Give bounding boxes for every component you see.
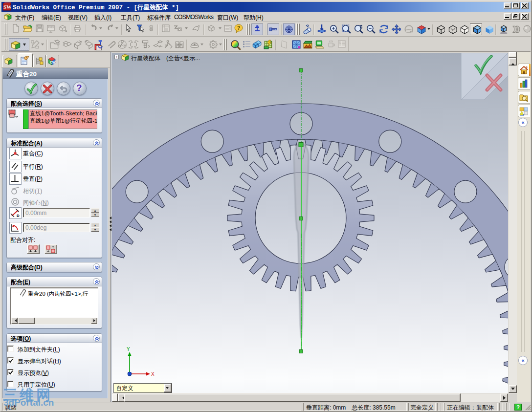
svg-text:X: X [151,371,155,377]
svg-text:CW: CW [50,61,56,64]
svg-text:?: ? [237,25,240,31]
svg-text:D: D [17,214,20,218]
svg-text:Y: Y [127,347,130,352]
svg-text:SW: SW [3,4,11,10]
